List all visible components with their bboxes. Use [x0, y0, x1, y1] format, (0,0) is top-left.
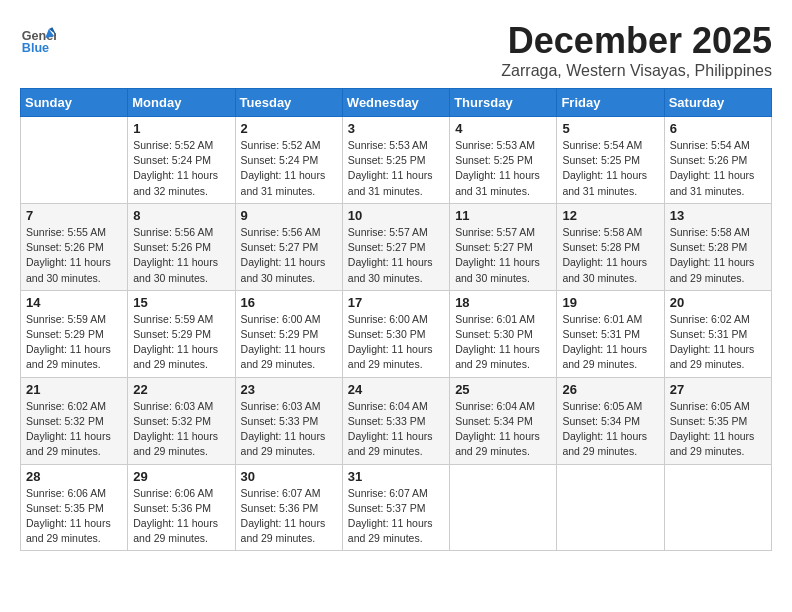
day-number: 6: [670, 121, 766, 136]
location: Zarraga, Western Visayas, Philippines: [501, 62, 772, 80]
day-number: 2: [241, 121, 337, 136]
calendar-cell: 16Sunrise: 6:00 AM Sunset: 5:29 PM Dayli…: [235, 290, 342, 377]
svg-text:Blue: Blue: [22, 41, 49, 55]
day-info: Sunrise: 5:55 AM Sunset: 5:26 PM Dayligh…: [26, 225, 122, 286]
calendar-cell: 19Sunrise: 6:01 AM Sunset: 5:31 PM Dayli…: [557, 290, 664, 377]
header: General Blue December 2025 Zarraga, West…: [20, 20, 772, 80]
calendar-cell: 25Sunrise: 6:04 AM Sunset: 5:34 PM Dayli…: [450, 377, 557, 464]
day-info: Sunrise: 5:58 AM Sunset: 5:28 PM Dayligh…: [670, 225, 766, 286]
day-info: Sunrise: 6:02 AM Sunset: 5:31 PM Dayligh…: [670, 312, 766, 373]
day-info: Sunrise: 6:06 AM Sunset: 5:35 PM Dayligh…: [26, 486, 122, 547]
day-info: Sunrise: 6:06 AM Sunset: 5:36 PM Dayligh…: [133, 486, 229, 547]
calendar-cell: 11Sunrise: 5:57 AM Sunset: 5:27 PM Dayli…: [450, 203, 557, 290]
calendar-cell: 22Sunrise: 6:03 AM Sunset: 5:32 PM Dayli…: [128, 377, 235, 464]
day-number: 8: [133, 208, 229, 223]
day-number: 20: [670, 295, 766, 310]
calendar-cell: 14Sunrise: 5:59 AM Sunset: 5:29 PM Dayli…: [21, 290, 128, 377]
calendar-cell: [450, 464, 557, 551]
calendar-cell: 12Sunrise: 5:58 AM Sunset: 5:28 PM Dayli…: [557, 203, 664, 290]
day-number: 21: [26, 382, 122, 397]
day-number: 30: [241, 469, 337, 484]
calendar-cell: 15Sunrise: 5:59 AM Sunset: 5:29 PM Dayli…: [128, 290, 235, 377]
calendar-cell: 4Sunrise: 5:53 AM Sunset: 5:25 PM Daylig…: [450, 117, 557, 204]
calendar-cell: 24Sunrise: 6:04 AM Sunset: 5:33 PM Dayli…: [342, 377, 449, 464]
day-info: Sunrise: 5:53 AM Sunset: 5:25 PM Dayligh…: [348, 138, 444, 199]
day-number: 22: [133, 382, 229, 397]
calendar-week-3: 21Sunrise: 6:02 AM Sunset: 5:32 PM Dayli…: [21, 377, 772, 464]
calendar-cell: 3Sunrise: 5:53 AM Sunset: 5:25 PM Daylig…: [342, 117, 449, 204]
day-number: 13: [670, 208, 766, 223]
day-number: 31: [348, 469, 444, 484]
title-block: December 2025 Zarraga, Western Visayas, …: [501, 20, 772, 80]
day-number: 29: [133, 469, 229, 484]
day-number: 7: [26, 208, 122, 223]
day-number: 16: [241, 295, 337, 310]
calendar-cell: [21, 117, 128, 204]
col-header-monday: Monday: [128, 89, 235, 117]
col-header-friday: Friday: [557, 89, 664, 117]
day-info: Sunrise: 6:05 AM Sunset: 5:34 PM Dayligh…: [562, 399, 658, 460]
day-number: 15: [133, 295, 229, 310]
day-info: Sunrise: 6:03 AM Sunset: 5:33 PM Dayligh…: [241, 399, 337, 460]
day-info: Sunrise: 5:59 AM Sunset: 5:29 PM Dayligh…: [26, 312, 122, 373]
day-number: 14: [26, 295, 122, 310]
calendar-cell: 21Sunrise: 6:02 AM Sunset: 5:32 PM Dayli…: [21, 377, 128, 464]
day-info: Sunrise: 5:54 AM Sunset: 5:26 PM Dayligh…: [670, 138, 766, 199]
page-container: General Blue December 2025 Zarraga, West…: [20, 20, 772, 551]
calendar-cell: 26Sunrise: 6:05 AM Sunset: 5:34 PM Dayli…: [557, 377, 664, 464]
calendar-cell: 18Sunrise: 6:01 AM Sunset: 5:30 PM Dayli…: [450, 290, 557, 377]
day-number: 25: [455, 382, 551, 397]
calendar-header-row: SundayMondayTuesdayWednesdayThursdayFrid…: [21, 89, 772, 117]
calendar-cell: 28Sunrise: 6:06 AM Sunset: 5:35 PM Dayli…: [21, 464, 128, 551]
calendar-cell: 29Sunrise: 6:06 AM Sunset: 5:36 PM Dayli…: [128, 464, 235, 551]
logo-icon: General Blue: [20, 20, 56, 56]
day-info: Sunrise: 5:53 AM Sunset: 5:25 PM Dayligh…: [455, 138, 551, 199]
day-number: 11: [455, 208, 551, 223]
logo: General Blue: [20, 20, 60, 56]
day-info: Sunrise: 6:02 AM Sunset: 5:32 PM Dayligh…: [26, 399, 122, 460]
day-info: Sunrise: 6:00 AM Sunset: 5:29 PM Dayligh…: [241, 312, 337, 373]
day-info: Sunrise: 5:59 AM Sunset: 5:29 PM Dayligh…: [133, 312, 229, 373]
day-info: Sunrise: 6:07 AM Sunset: 5:36 PM Dayligh…: [241, 486, 337, 547]
day-number: 23: [241, 382, 337, 397]
day-info: Sunrise: 5:56 AM Sunset: 5:26 PM Dayligh…: [133, 225, 229, 286]
calendar-cell: 1Sunrise: 5:52 AM Sunset: 5:24 PM Daylig…: [128, 117, 235, 204]
day-info: Sunrise: 6:04 AM Sunset: 5:33 PM Dayligh…: [348, 399, 444, 460]
day-number: 26: [562, 382, 658, 397]
calendar-cell: 7Sunrise: 5:55 AM Sunset: 5:26 PM Daylig…: [21, 203, 128, 290]
calendar-cell: 6Sunrise: 5:54 AM Sunset: 5:26 PM Daylig…: [664, 117, 771, 204]
calendar-week-0: 1Sunrise: 5:52 AM Sunset: 5:24 PM Daylig…: [21, 117, 772, 204]
day-info: Sunrise: 6:04 AM Sunset: 5:34 PM Dayligh…: [455, 399, 551, 460]
calendar-cell: 30Sunrise: 6:07 AM Sunset: 5:36 PM Dayli…: [235, 464, 342, 551]
day-number: 9: [241, 208, 337, 223]
calendar-cell: 27Sunrise: 6:05 AM Sunset: 5:35 PM Dayli…: [664, 377, 771, 464]
col-header-wednesday: Wednesday: [342, 89, 449, 117]
day-number: 17: [348, 295, 444, 310]
calendar-cell: 17Sunrise: 6:00 AM Sunset: 5:30 PM Dayli…: [342, 290, 449, 377]
col-header-tuesday: Tuesday: [235, 89, 342, 117]
day-number: 12: [562, 208, 658, 223]
calendar-cell: 23Sunrise: 6:03 AM Sunset: 5:33 PM Dayli…: [235, 377, 342, 464]
day-number: 18: [455, 295, 551, 310]
col-header-saturday: Saturday: [664, 89, 771, 117]
day-info: Sunrise: 5:57 AM Sunset: 5:27 PM Dayligh…: [348, 225, 444, 286]
day-info: Sunrise: 5:54 AM Sunset: 5:25 PM Dayligh…: [562, 138, 658, 199]
calendar-week-4: 28Sunrise: 6:06 AM Sunset: 5:35 PM Dayli…: [21, 464, 772, 551]
day-number: 27: [670, 382, 766, 397]
day-info: Sunrise: 6:01 AM Sunset: 5:30 PM Dayligh…: [455, 312, 551, 373]
month-year: December 2025: [501, 20, 772, 62]
day-info: Sunrise: 5:52 AM Sunset: 5:24 PM Dayligh…: [133, 138, 229, 199]
calendar-cell: [664, 464, 771, 551]
day-info: Sunrise: 5:58 AM Sunset: 5:28 PM Dayligh…: [562, 225, 658, 286]
day-number: 3: [348, 121, 444, 136]
calendar-cell: 8Sunrise: 5:56 AM Sunset: 5:26 PM Daylig…: [128, 203, 235, 290]
day-number: 28: [26, 469, 122, 484]
calendar-cell: 5Sunrise: 5:54 AM Sunset: 5:25 PM Daylig…: [557, 117, 664, 204]
calendar-cell: 9Sunrise: 5:56 AM Sunset: 5:27 PM Daylig…: [235, 203, 342, 290]
col-header-thursday: Thursday: [450, 89, 557, 117]
day-info: Sunrise: 6:07 AM Sunset: 5:37 PM Dayligh…: [348, 486, 444, 547]
day-number: 24: [348, 382, 444, 397]
day-number: 19: [562, 295, 658, 310]
day-info: Sunrise: 6:03 AM Sunset: 5:32 PM Dayligh…: [133, 399, 229, 460]
day-info: Sunrise: 5:56 AM Sunset: 5:27 PM Dayligh…: [241, 225, 337, 286]
